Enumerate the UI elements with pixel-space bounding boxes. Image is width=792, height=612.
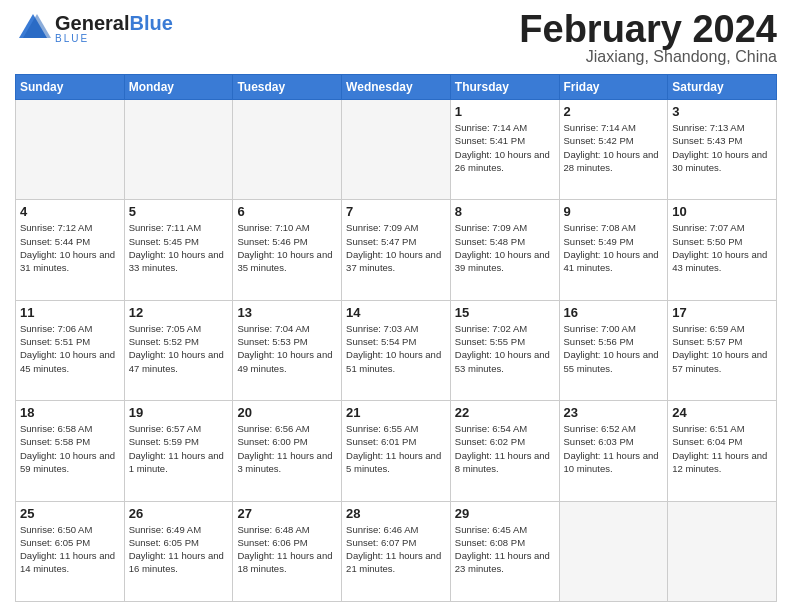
day-number: 7 — [346, 204, 446, 219]
calendar-cell: 27Sunrise: 6:48 AM Sunset: 6:06 PM Dayli… — [233, 501, 342, 601]
day-number: 24 — [672, 405, 772, 420]
calendar-cell: 29Sunrise: 6:45 AM Sunset: 6:08 PM Dayli… — [450, 501, 559, 601]
day-number: 23 — [564, 405, 664, 420]
day-info: Sunrise: 7:12 AM Sunset: 5:44 PM Dayligh… — [20, 221, 120, 274]
day-info: Sunrise: 6:48 AM Sunset: 6:06 PM Dayligh… — [237, 523, 337, 576]
title-location: Jiaxiang, Shandong, China — [519, 48, 777, 66]
calendar-week-3: 18Sunrise: 6:58 AM Sunset: 5:58 PM Dayli… — [16, 401, 777, 501]
calendar-cell — [559, 501, 668, 601]
day-number: 26 — [129, 506, 229, 521]
day-number: 22 — [455, 405, 555, 420]
calendar-week-2: 11Sunrise: 7:06 AM Sunset: 5:51 PM Dayli… — [16, 300, 777, 400]
day-info: Sunrise: 6:58 AM Sunset: 5:58 PM Dayligh… — [20, 422, 120, 475]
day-info: Sunrise: 6:59 AM Sunset: 5:57 PM Dayligh… — [672, 322, 772, 375]
day-info: Sunrise: 6:55 AM Sunset: 6:01 PM Dayligh… — [346, 422, 446, 475]
day-number: 8 — [455, 204, 555, 219]
day-number: 20 — [237, 405, 337, 420]
day-number: 27 — [237, 506, 337, 521]
calendar-cell: 13Sunrise: 7:04 AM Sunset: 5:53 PM Dayli… — [233, 300, 342, 400]
logo-name: GeneralBlue Blue — [55, 13, 173, 44]
day-info: Sunrise: 6:57 AM Sunset: 5:59 PM Dayligh… — [129, 422, 229, 475]
col-saturday: Saturday — [668, 75, 777, 100]
logo: GeneralBlue Blue — [15, 10, 173, 46]
calendar-cell — [342, 100, 451, 200]
day-info: Sunrise: 7:09 AM Sunset: 5:48 PM Dayligh… — [455, 221, 555, 274]
day-info: Sunrise: 6:54 AM Sunset: 6:02 PM Dayligh… — [455, 422, 555, 475]
calendar-cell: 6Sunrise: 7:10 AM Sunset: 5:46 PM Daylig… — [233, 200, 342, 300]
day-info: Sunrise: 6:46 AM Sunset: 6:07 PM Dayligh… — [346, 523, 446, 576]
calendar-cell: 19Sunrise: 6:57 AM Sunset: 5:59 PM Dayli… — [124, 401, 233, 501]
title-month: February 2024 — [519, 10, 777, 48]
col-monday: Monday — [124, 75, 233, 100]
day-info: Sunrise: 7:03 AM Sunset: 5:54 PM Dayligh… — [346, 322, 446, 375]
calendar-table: Sunday Monday Tuesday Wednesday Thursday… — [15, 74, 777, 602]
day-info: Sunrise: 7:02 AM Sunset: 5:55 PM Dayligh… — [455, 322, 555, 375]
day-info: Sunrise: 7:13 AM Sunset: 5:43 PM Dayligh… — [672, 121, 772, 174]
page: GeneralBlue Blue February 2024 Jiaxiang,… — [0, 0, 792, 612]
day-number: 5 — [129, 204, 229, 219]
day-info: Sunrise: 6:49 AM Sunset: 6:05 PM Dayligh… — [129, 523, 229, 576]
day-number: 6 — [237, 204, 337, 219]
day-info: Sunrise: 7:09 AM Sunset: 5:47 PM Dayligh… — [346, 221, 446, 274]
day-number: 21 — [346, 405, 446, 420]
calendar-cell — [668, 501, 777, 601]
logo-blue: Blue — [129, 12, 172, 34]
day-info: Sunrise: 7:10 AM Sunset: 5:46 PM Dayligh… — [237, 221, 337, 274]
calendar-cell — [124, 100, 233, 200]
day-number: 4 — [20, 204, 120, 219]
calendar-cell: 9Sunrise: 7:08 AM Sunset: 5:49 PM Daylig… — [559, 200, 668, 300]
calendar-cell: 18Sunrise: 6:58 AM Sunset: 5:58 PM Dayli… — [16, 401, 125, 501]
title-block: February 2024 Jiaxiang, Shandong, China — [519, 10, 777, 66]
calendar-cell: 2Sunrise: 7:14 AM Sunset: 5:42 PM Daylig… — [559, 100, 668, 200]
day-info: Sunrise: 7:07 AM Sunset: 5:50 PM Dayligh… — [672, 221, 772, 274]
calendar-cell: 14Sunrise: 7:03 AM Sunset: 5:54 PM Dayli… — [342, 300, 451, 400]
day-number: 29 — [455, 506, 555, 521]
col-friday: Friday — [559, 75, 668, 100]
calendar-cell: 8Sunrise: 7:09 AM Sunset: 5:48 PM Daylig… — [450, 200, 559, 300]
calendar-cell: 25Sunrise: 6:50 AM Sunset: 6:05 PM Dayli… — [16, 501, 125, 601]
calendar-cell: 23Sunrise: 6:52 AM Sunset: 6:03 PM Dayli… — [559, 401, 668, 501]
day-info: Sunrise: 6:45 AM Sunset: 6:08 PM Dayligh… — [455, 523, 555, 576]
logo-sub: Blue — [55, 33, 173, 44]
calendar-cell: 3Sunrise: 7:13 AM Sunset: 5:43 PM Daylig… — [668, 100, 777, 200]
calendar-cell: 11Sunrise: 7:06 AM Sunset: 5:51 PM Dayli… — [16, 300, 125, 400]
day-number: 1 — [455, 104, 555, 119]
calendar-header-row: Sunday Monday Tuesday Wednesday Thursday… — [16, 75, 777, 100]
calendar-cell: 5Sunrise: 7:11 AM Sunset: 5:45 PM Daylig… — [124, 200, 233, 300]
day-number: 13 — [237, 305, 337, 320]
day-number: 14 — [346, 305, 446, 320]
day-info: Sunrise: 7:06 AM Sunset: 5:51 PM Dayligh… — [20, 322, 120, 375]
calendar-cell: 10Sunrise: 7:07 AM Sunset: 5:50 PM Dayli… — [668, 200, 777, 300]
calendar-cell: 24Sunrise: 6:51 AM Sunset: 6:04 PM Dayli… — [668, 401, 777, 501]
day-number: 16 — [564, 305, 664, 320]
day-info: Sunrise: 7:14 AM Sunset: 5:41 PM Dayligh… — [455, 121, 555, 174]
day-info: Sunrise: 7:11 AM Sunset: 5:45 PM Dayligh… — [129, 221, 229, 274]
col-tuesday: Tuesday — [233, 75, 342, 100]
day-number: 11 — [20, 305, 120, 320]
day-number: 3 — [672, 104, 772, 119]
calendar-cell: 12Sunrise: 7:05 AM Sunset: 5:52 PM Dayli… — [124, 300, 233, 400]
day-info: Sunrise: 7:00 AM Sunset: 5:56 PM Dayligh… — [564, 322, 664, 375]
day-number: 2 — [564, 104, 664, 119]
logo-icon — [15, 10, 51, 46]
calendar-cell: 26Sunrise: 6:49 AM Sunset: 6:05 PM Dayli… — [124, 501, 233, 601]
day-number: 19 — [129, 405, 229, 420]
day-info: Sunrise: 6:52 AM Sunset: 6:03 PM Dayligh… — [564, 422, 664, 475]
calendar-cell: 16Sunrise: 7:00 AM Sunset: 5:56 PM Dayli… — [559, 300, 668, 400]
day-number: 12 — [129, 305, 229, 320]
calendar-week-4: 25Sunrise: 6:50 AM Sunset: 6:05 PM Dayli… — [16, 501, 777, 601]
day-info: Sunrise: 7:04 AM Sunset: 5:53 PM Dayligh… — [237, 322, 337, 375]
day-info: Sunrise: 6:51 AM Sunset: 6:04 PM Dayligh… — [672, 422, 772, 475]
day-number: 17 — [672, 305, 772, 320]
day-number: 18 — [20, 405, 120, 420]
day-number: 15 — [455, 305, 555, 320]
day-info: Sunrise: 6:56 AM Sunset: 6:00 PM Dayligh… — [237, 422, 337, 475]
col-wednesday: Wednesday — [342, 75, 451, 100]
calendar-cell — [233, 100, 342, 200]
col-thursday: Thursday — [450, 75, 559, 100]
day-number: 28 — [346, 506, 446, 521]
calendar-cell: 15Sunrise: 7:02 AM Sunset: 5:55 PM Dayli… — [450, 300, 559, 400]
calendar-week-1: 4Sunrise: 7:12 AM Sunset: 5:44 PM Daylig… — [16, 200, 777, 300]
col-sunday: Sunday — [16, 75, 125, 100]
calendar-cell: 22Sunrise: 6:54 AM Sunset: 6:02 PM Dayli… — [450, 401, 559, 501]
